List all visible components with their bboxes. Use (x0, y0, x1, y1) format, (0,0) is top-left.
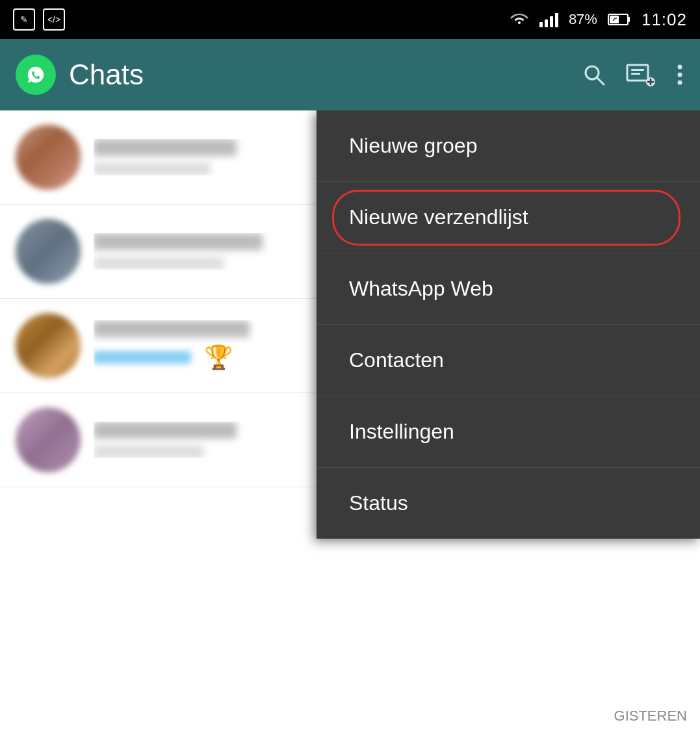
chat-name-blur (94, 139, 237, 156)
battery-icon (608, 12, 631, 27)
clock-time: 11:02 (642, 10, 687, 30)
app-bar: Chats (0, 39, 700, 110)
chat-msg-blur (94, 257, 224, 270)
chat-list: 🏆 GISTEREN Nieuwe groep Nieuwe verzendli… (0, 110, 700, 731)
svg-point-15 (678, 73, 682, 77)
svg-line-7 (597, 77, 604, 84)
chat-name-blur (94, 422, 237, 439)
dropdown-menu: Nieuwe groep Nieuwe verzendlijst WhatsAp… (317, 110, 700, 539)
menu-item-contacten[interactable]: Contacten (317, 325, 700, 396)
menu-item-nieuwe-groep[interactable]: Nieuwe groep (317, 110, 700, 182)
svg-rect-10 (631, 73, 640, 75)
chat-name-blur (94, 233, 263, 250)
avatar (16, 313, 81, 378)
wifi-icon (510, 10, 529, 30)
app-bar-actions (582, 62, 684, 87)
svg-rect-1 (628, 17, 630, 22)
signal-icon (539, 12, 558, 27)
search-icon[interactable] (582, 62, 606, 87)
chat-name-blur (94, 320, 250, 337)
svg-rect-9 (631, 69, 644, 71)
avatar (16, 219, 81, 284)
whatsapp-logo (16, 55, 56, 95)
emoji: 🏆 (204, 344, 233, 371)
svg-point-14 (678, 65, 682, 70)
chat-msg-blur (94, 351, 191, 364)
menu-item-instellingen[interactable]: Instellingen (317, 396, 700, 468)
new-chat-icon[interactable] (626, 62, 656, 87)
avatar (16, 407, 81, 472)
status-bar: ✎ </> 87% (0, 0, 700, 39)
battery-percentage: 87% (569, 11, 597, 28)
status-bar-right: 87% 11:02 (510, 10, 687, 30)
avatar (16, 125, 81, 190)
status-bar-left: ✎ </> (13, 8, 65, 31)
app-title: Chats (69, 58, 569, 91)
pencil-icon: ✎ (13, 8, 35, 31)
menu-item-nieuwe-verzendlijst[interactable]: Nieuwe verzendlijst (317, 182, 700, 253)
svg-point-16 (678, 81, 682, 85)
menu-item-whatsapp-web[interactable]: WhatsApp Web (317, 253, 700, 325)
chat-msg-blur (94, 445, 204, 458)
more-options-icon[interactable] (675, 62, 684, 87)
chat-msg-blur (94, 162, 211, 175)
menu-item-status[interactable]: Status (317, 468, 700, 539)
gisteren-label: GISTEREN (614, 708, 687, 725)
code-icon: </> (43, 8, 65, 31)
